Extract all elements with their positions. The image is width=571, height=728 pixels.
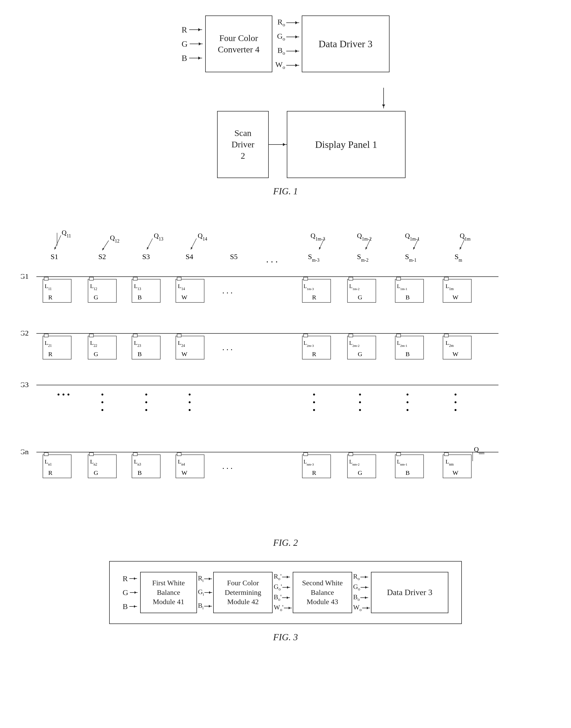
- arrow-fig3-G: [130, 592, 138, 593]
- svg-line-14: [460, 238, 465, 250]
- label-Q1m2: Q1m-2: [357, 232, 372, 242]
- label-Q1m: Q1m: [460, 232, 471, 242]
- svg-line-10: [191, 238, 197, 250]
- label-Q1m1: Q1m-1: [405, 232, 420, 242]
- label-Sm2: Sm-2: [357, 253, 369, 263]
- arrow-Wop: [284, 608, 292, 608]
- label-Q12: Q12: [110, 234, 120, 244]
- cell-L2m3-color: R: [312, 351, 316, 357]
- arrow-R: [189, 29, 202, 30]
- output-Go: Go: [272, 32, 299, 42]
- cell-Lnm-color: W: [453, 469, 458, 476]
- cell-L14-color: W: [182, 294, 188, 300]
- arrow-scan-to-panel: [269, 144, 287, 145]
- output-Ri: Ri: [198, 575, 212, 583]
- fig3-section: R G B First WhiteBalanceModule 41 Ri G: [21, 561, 550, 655]
- svg-line-7: [54, 235, 61, 250]
- cell-Ln1-color: R: [48, 469, 52, 476]
- fig3-data-driver-box: Data Driver 3: [371, 572, 448, 613]
- svg-rect-22: [444, 277, 448, 280]
- svg-rect-27: [304, 334, 308, 337]
- label-Q11: Q11: [62, 229, 71, 238]
- arrow-B: [189, 58, 202, 58]
- fig3-input-R: R: [123, 574, 138, 583]
- final-Go: Go: [353, 583, 370, 592]
- four-color-converter-box: Four ColorConverter 4: [205, 15, 272, 72]
- svg-text:•: •: [313, 405, 316, 415]
- arrow-Bop: [282, 597, 290, 598]
- label-Q1m3: Q1m-3: [311, 232, 325, 242]
- label-Gn: Gn: [21, 448, 29, 456]
- svg-rect-28: [349, 334, 353, 337]
- cell-L21-color: R: [48, 351, 52, 357]
- data-driver-box: Data Driver 3: [302, 15, 389, 72]
- vertical-arrow-fig1: [383, 88, 384, 108]
- svg-line-9: [147, 238, 152, 250]
- label-S5: S5: [230, 253, 238, 261]
- cell-Ln4-color: W: [182, 469, 188, 476]
- svg-rect-29: [396, 334, 401, 337]
- arrow-Rop: [282, 577, 290, 577]
- arrow-Ro: [286, 22, 299, 23]
- cell-L23-color: B: [138, 351, 142, 357]
- svg-text:•: •: [406, 405, 409, 415]
- output-Gi: Gi: [198, 588, 212, 597]
- arrow-Bi: [204, 606, 212, 606]
- fig1-bottom: ScanDriver2 Display Panel 1: [217, 111, 406, 178]
- arrow-Wo: [286, 65, 299, 66]
- cell-L2m3: [302, 336, 331, 359]
- svg-rect-17: [133, 277, 137, 280]
- svg-line-8: [102, 241, 109, 250]
- output-Wop: Wo': [273, 604, 292, 612]
- svg-rect-54: [177, 453, 181, 456]
- col-dots: . . .: [266, 254, 278, 264]
- output-Wo: Wo: [272, 60, 299, 70]
- label-Sm1: Sm-1: [405, 253, 417, 263]
- scan-driver-box: ScanDriver2: [217, 111, 269, 178]
- svg-rect-16: [89, 277, 94, 280]
- svg-rect-25: [133, 334, 137, 337]
- row1-dots: . . .: [222, 286, 233, 295]
- arrow-Go: [286, 37, 299, 37]
- output-Bi: Bi: [198, 602, 212, 611]
- final-Ro: Ro: [353, 573, 370, 581]
- label-Sm3: Sm-3: [308, 253, 320, 263]
- arrow-final-Bo: [360, 597, 368, 598]
- label-S1: S1: [50, 253, 59, 261]
- svg-rect-21: [396, 277, 401, 280]
- svg-rect-57: [396, 453, 401, 456]
- svg-rect-20: [349, 277, 353, 280]
- fig1-label: FIG. 1: [273, 186, 298, 197]
- cell-Lnm2-color: G: [358, 469, 362, 476]
- svg-text:•: •: [188, 405, 191, 415]
- output-Rop: Ro': [273, 573, 292, 581]
- output-Bo: Bo: [272, 46, 299, 56]
- row2-dots: . . .: [222, 343, 233, 352]
- cell-Ln3-color: B: [138, 469, 142, 476]
- label-G1: G1: [21, 272, 29, 280]
- final-Bo: Bo: [353, 593, 370, 602]
- label-G2: G2: [21, 329, 29, 337]
- label-Qnm: Qnm: [474, 446, 484, 455]
- svg-rect-51: [44, 453, 48, 456]
- fig3-input-B: B: [123, 602, 138, 611]
- svg-rect-15: [44, 277, 48, 280]
- svg-rect-55: [304, 453, 308, 456]
- display-panel-box: Display Panel 1: [287, 111, 406, 178]
- first-wb-module-box: First WhiteBalanceModule 41: [140, 572, 197, 613]
- arrow-final-Go: [361, 587, 368, 588]
- cell-L1m1-color: B: [406, 294, 410, 300]
- svg-rect-23: [44, 334, 48, 337]
- svg-text:•: •: [454, 405, 457, 415]
- arrow-fig3-B: [129, 606, 137, 607]
- final-Wo: Wo: [353, 604, 370, 612]
- cell-L1m3-color: R: [312, 294, 316, 300]
- arrow-Ri: [204, 579, 212, 579]
- svg-rect-30: [444, 334, 448, 337]
- input-R: R: [182, 25, 202, 34]
- cell-L2m1-color: B: [406, 351, 410, 357]
- svg-rect-53: [133, 453, 137, 456]
- four-color-det-box: Four ColorDeterminingModule 42: [213, 572, 272, 613]
- label-S2: S2: [98, 253, 106, 261]
- output-Bop: Bo': [273, 593, 292, 602]
